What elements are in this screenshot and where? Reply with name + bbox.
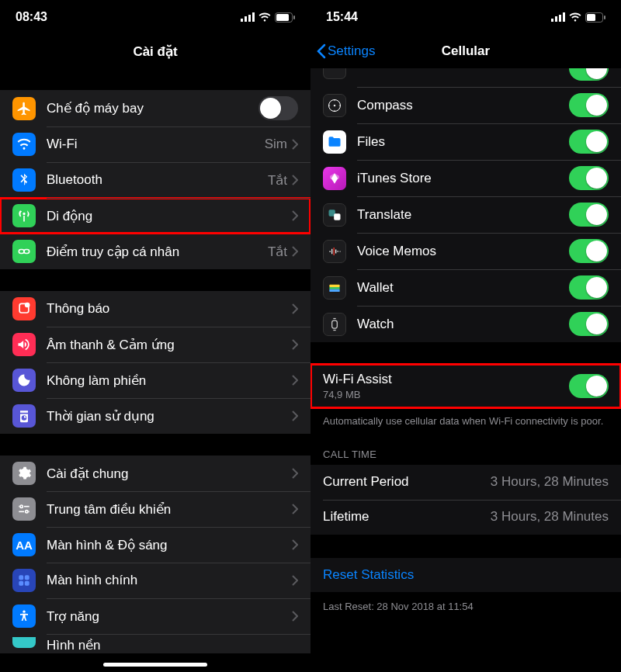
svg-rect-17 [19,575,23,580]
toggle-wallet[interactable] [569,275,609,300]
row-dnd[interactable]: Không làm phiền [0,362,310,398]
row-cellular[interactable]: Di động [0,198,310,234]
svg-point-14 [26,511,28,513]
back-button[interactable]: Settings [317,43,375,59]
wifi-settings-icon [12,133,36,156]
toggle-clock[interactable] [569,68,609,81]
toggle-wifi-assist[interactable] [569,374,609,398]
svg-point-30 [334,105,335,106]
row-app-compass[interactable]: Compass [310,87,621,123]
status-bar: 15:44 [310,0,621,34]
row-airplane[interactable]: Chế độ máy bay [0,90,310,126]
row-label: Chế độ máy bay [47,100,258,116]
row-app-watch[interactable]: Watch [310,306,621,342]
settings-list[interactable]: Chế độ máy bay Wi-Fi Sim‎ Bluetooth Tắt … [0,68,310,672]
home-screen-icon [12,569,36,592]
svg-rect-23 [555,16,557,22]
chevron-right-icon [292,575,298,586]
battery-icon [585,12,605,23]
svg-rect-28 [604,16,605,19]
svg-rect-2 [248,15,251,22]
chevron-right-icon [292,139,298,150]
app-label: Translate [357,207,569,223]
chevron-right-icon [292,504,298,514]
toggle-watch[interactable] [569,312,609,336]
bluetooth-icon [12,168,36,192]
chevron-right-icon [292,210,298,221]
row-display[interactable]: AA Màn hình & Độ sáng [0,527,310,563]
airplane-icon [12,97,36,120]
chevron-right-icon [292,246,298,257]
row-label: Thông báo [47,301,292,317]
row-screentime[interactable]: Thời gian sử dụng [0,398,310,434]
compass-icon [323,94,346,117]
svg-rect-1 [245,16,247,22]
row-label: Current Period [323,474,491,490]
svg-rect-32 [334,213,340,220]
row-bluetooth[interactable]: Bluetooth Tắt [0,162,310,198]
row-wifi[interactable]: Wi-Fi Sim‎ [0,126,310,162]
right-screenshot: 15:44 Settings Cellular Compass [310,0,621,672]
row-wifi-assist[interactable]: Wi-Fi Assist 74,9 MB [310,364,621,408]
svg-rect-25 [563,12,565,22]
row-label: Di động [47,208,292,224]
nav-bar: Settings Cellular [310,34,621,68]
row-app-itunes[interactable]: iTunes Store [310,160,621,196]
status-icons [241,12,295,23]
app-label: Watch [357,317,569,332]
row-hotspot[interactable]: Điểm truy cập cá nhân Tắt [0,234,310,269]
svg-rect-18 [25,575,29,580]
row-app-wallet[interactable]: Wallet [310,269,621,306]
cellular-list[interactable]: Compass Files iTunes Store Translate Voi [310,68,621,672]
chevron-right-icon [292,539,298,550]
row-general[interactable]: Cài đặt chung [0,456,310,491]
row-app-clock[interactable] [310,68,621,87]
airplane-toggle[interactable] [258,96,298,120]
control-center-icon [12,497,36,521]
row-wallpaper[interactable]: Hình nền [0,634,310,653]
row-label: Điểm truy cập cá nhân [47,244,268,260]
row-sounds[interactable]: Âm thanh & Cảm ứng [0,327,310,362]
row-app-translate[interactable]: Translate [310,196,621,233]
status-bar: 08:43 [0,0,310,34]
row-lifetime[interactable]: Lifetime 3 Hours, 28 Minutes [310,500,621,535]
row-label: Màn hình & Độ sáng [47,537,292,553]
signal-icon [241,12,255,22]
svg-rect-3 [252,12,255,22]
svg-point-10 [26,303,29,307]
last-reset-text: Last Reset: 28 Nov 2018 at 11:54 [310,592,621,620]
toggle-itunes[interactable] [569,166,609,190]
row-app-files[interactable]: Files [310,123,621,160]
chevron-right-icon [292,468,298,479]
toggle-compass[interactable] [569,93,609,117]
row-notifications[interactable]: Thông báo [0,291,310,327]
svg-point-21 [23,611,25,613]
row-value: 3 Hours, 28 Minutes [491,509,609,525]
toggle-translate[interactable] [569,203,609,227]
row-label: Cài đặt chung [47,466,292,482]
nav-title: Cài đặt [0,34,310,68]
status-icons [551,12,605,23]
watch-icon [323,313,346,336]
section-call-time: CALL TIME [310,435,621,465]
row-home-screen[interactable]: Màn hình chính [0,563,310,598]
app-label: Files [357,134,569,150]
row-label: Lifetime [323,509,491,525]
files-icon [323,130,346,154]
svg-point-11 [20,505,23,507]
home-indicator[interactable] [103,663,207,667]
row-value: 3 Hours, 28 Minutes [491,474,609,490]
toggle-files[interactable] [569,130,609,154]
svg-rect-42 [332,320,338,328]
reset-statistics-button[interactable]: Reset Statistics [310,558,621,592]
app-label: Compass [357,98,569,113]
toggle-voice[interactable] [569,239,609,263]
row-app-voice-memos[interactable]: Voice Memos [310,233,621,269]
row-current-period[interactable]: Current Period 3 Hours, 28 Minutes [310,465,621,500]
row-control-center[interactable]: Trung tâm điều khiển [0,491,310,527]
row-label: Bluetooth [47,172,268,188]
battery-icon [275,12,295,23]
wifi-icon [258,12,271,22]
row-accessibility[interactable]: Trợ năng [0,598,310,634]
row-label: Không làm phiền [47,372,292,389]
